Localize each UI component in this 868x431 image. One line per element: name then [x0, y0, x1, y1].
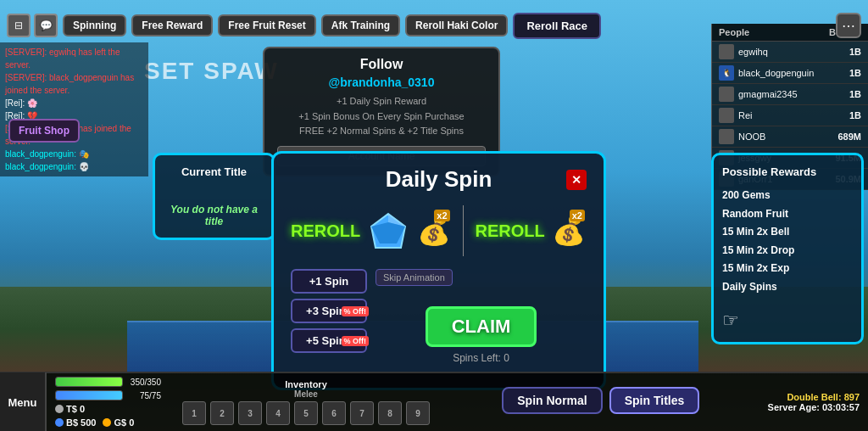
chat-message: [SERVER]: egwihq has left the server. — [5, 46, 143, 71]
fruit-shop-button[interactable]: Fruit Shop — [8, 119, 80, 143]
reroll-right: REROLL — [475, 221, 544, 241]
lb-name: gmagmai2345 — [738, 89, 798, 99]
reward-item: 15 Min 2x Bell — [722, 223, 853, 242]
ts-dot — [55, 405, 64, 413]
lb-bounty-value: 1B — [849, 89, 861, 99]
rewards-panel: Possible Rewards 200 Gems Random Fruit 1… — [711, 153, 864, 344]
health-bar — [55, 377, 123, 387]
chat-area: [SERVER]: egwihq has left the server. [S… — [0, 42, 148, 176]
ts-currency: T$ 0 — [55, 404, 85, 414]
melee-slot[interactable]: 8 — [378, 401, 402, 425]
melee-slot[interactable]: 6 — [322, 401, 346, 425]
lb-row: NOOB 689M — [712, 126, 868, 148]
lb-bounty-value: 689M — [837, 132, 861, 142]
reroll-race-button[interactable]: Reroll Race — [513, 13, 601, 39]
free-reward-button[interactable]: Free Reward — [131, 14, 213, 36]
chat-message: black_dogpenguin: 💀 — [5, 160, 143, 173]
stamina-value: 75/75 — [127, 391, 161, 400]
health-value: 350/350 — [127, 378, 161, 387]
free-fruit-reset-button[interactable]: Free Fruit Reset — [218, 14, 315, 36]
lb-avatar — [719, 108, 734, 123]
reward-item: 200 Gems — [722, 187, 853, 205]
settings-icon[interactable]: ⋯ — [836, 13, 861, 38]
modal-title: Daily Spin — [311, 166, 566, 193]
melee-slot[interactable]: 3 — [238, 401, 262, 425]
reward-item: Daily Spins — [722, 278, 853, 297]
divider — [463, 205, 465, 256]
bs-dot — [55, 418, 64, 427]
current-title-header: Current Title — [164, 165, 264, 178]
lb-row: gmagmai2345 1B — [712, 84, 868, 105]
afk-training-button[interactable]: Afk Training — [321, 14, 400, 36]
melee-slot[interactable]: 4 — [266, 401, 290, 425]
modal-header: Daily Spin ✕ — [291, 166, 587, 193]
sale-badge-3: % Off! — [342, 306, 370, 316]
claim-button[interactable]: CLAIM — [426, 306, 537, 347]
health-bar-row: 350/350 — [55, 377, 161, 387]
bottom-stats: 350/350 75/75 T$ 0 B$ 500 G$ 0 — [47, 372, 170, 431]
melee-label: Melee — [294, 389, 318, 399]
follow-description: +1 Daily Spin Reward +1 Spin Bonus On Ev… — [277, 94, 486, 139]
rewards-header: Possible Rewards — [722, 165, 853, 178]
lb-row: 🐧 black_dogpenguin 1B — [712, 63, 868, 84]
chat-message: [SERVER]: black_dogpenguin has joined th… — [5, 71, 143, 97]
lb-avatar — [719, 129, 734, 144]
lb-name: NOOB — [738, 132, 765, 142]
close-button[interactable]: ✕ — [566, 170, 587, 190]
plus1-spin-button[interactable]: +1 Spin — [291, 269, 367, 294]
lb-bounty-value: 1B — [849, 68, 861, 78]
window-controls: ⊟ 💬 — [7, 14, 58, 37]
melee-slot[interactable]: 1 — [182, 401, 206, 425]
currency-row: T$ 0 — [55, 404, 161, 414]
chat-icon[interactable]: 💬 — [34, 14, 58, 37]
sale-badge-5: % Off! — [342, 336, 370, 346]
bottom-right-info: Double Bell: 897 Server Age: 03:03:57 — [760, 388, 868, 417]
follow-username: @brandonha_0310 — [277, 76, 486, 89]
reward-item: 15 Min 2x Drop — [722, 242, 853, 260]
spin-titles-tab[interactable]: Spin Titles — [609, 387, 700, 414]
server-age-info: Server Age: 03:03:57 — [768, 402, 860, 412]
lb-avatar: 🐧 — [719, 65, 734, 81]
stamina-bar — [55, 390, 123, 400]
spin-controls: +1 Spin +3 Spins % Off! +5 Spins % Off! … — [291, 269, 587, 364]
minimize-icon[interactable]: ⊟ — [7, 14, 31, 37]
claim-section: Skip Animation CLAIM Spins Left: 0 — [376, 269, 587, 364]
reward-item: Random Fruit — [722, 205, 853, 224]
current-title-panel: Current Title You do not have a title — [153, 153, 275, 240]
bottom-bar: Menu 350/350 75/75 T$ 0 B$ 500 — [0, 372, 868, 431]
spin-items-row: REROLL 💰 x2 REROLL 💰 x2 — [291, 205, 587, 256]
spins-left: Spins Left: 0 — [453, 352, 509, 364]
melee-slot[interactable]: 5 — [294, 401, 318, 425]
skip-animation-button[interactable]: Skip Animation — [376, 269, 453, 286]
follow-title: Follow — [277, 57, 486, 72]
melee-slot[interactable]: 2 — [210, 401, 234, 425]
gem-icon — [367, 208, 409, 255]
lb-avatar — [719, 87, 734, 102]
spin-normal-tab[interactable]: Spin Normal — [502, 387, 602, 414]
reroll-haki-color-button[interactable]: Reroll Haki Color — [405, 14, 508, 36]
daily-spin-modal: Daily Spin ✕ REROLL 💰 x2 REROLL 💰 x2 +1 … — [271, 151, 606, 390]
reroll-left: REROLL — [291, 221, 360, 241]
lb-name: Rei — [738, 110, 753, 120]
gs-value: G$ 0 — [114, 417, 134, 428]
coin-bag-left: 💰 x2 — [416, 208, 451, 255]
spinning-button[interactable]: Spinning — [63, 14, 126, 36]
gs-currency: G$ 0 — [103, 417, 134, 428]
lb-bounty-value: 1B — [849, 110, 861, 120]
melee-slot[interactable]: 9 — [406, 401, 430, 425]
chat-message: [Rei]: 🌸 — [5, 97, 143, 109]
spin-buttons-column: +1 Spin +3 Spins % Off! +5 Spins % Off! — [291, 269, 367, 353]
bs-currency: B$ 500 — [55, 417, 96, 428]
gs-dot — [103, 418, 111, 427]
menu-button[interactable]: Menu — [0, 372, 47, 431]
melee-slot[interactable]: 7 — [350, 401, 374, 425]
lb-row: Rei 1B — [712, 105, 868, 126]
currency-row2: B$ 500 G$ 0 — [55, 417, 161, 428]
double-bell-info: Double Bell: 897 — [768, 392, 860, 402]
ts-value: T$ 0 — [66, 404, 85, 414]
cursor-icon: ☞ — [722, 310, 853, 332]
stamina-bar-row: 75/75 — [55, 390, 161, 400]
lb-name: black_dogpenguin — [738, 68, 814, 78]
chat-message: black_dogpenguin: 🎭 — [5, 148, 143, 160]
coin-bag-right: 💰 x2 — [552, 208, 587, 255]
